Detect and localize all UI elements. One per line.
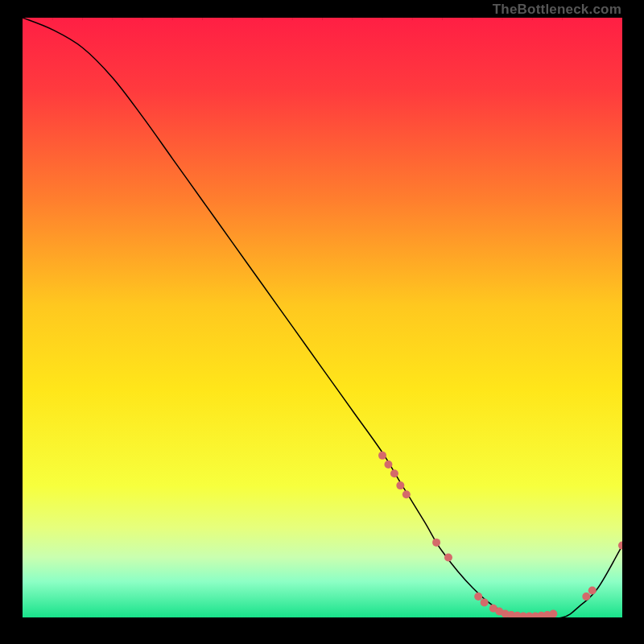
data-marker — [390, 469, 398, 477]
data-marker — [384, 460, 392, 469]
data-marker — [474, 592, 482, 601]
data-marker — [432, 539, 440, 547]
data-marker — [444, 554, 452, 562]
data-marker — [396, 481, 404, 489]
axis-ticks — [23, 18, 622, 20]
chart-background — [23, 18, 622, 617]
data-marker — [582, 592, 590, 601]
data-marker — [378, 452, 386, 460]
data-marker — [481, 598, 489, 606]
data-marker — [402, 490, 411, 498]
data-marker — [588, 586, 597, 594]
watermark-text: TheBottleneck.com — [493, 2, 621, 18]
chart-container: TheBottleneck.com — [0, 0, 644, 644]
chart-plot — [23, 18, 622, 617]
